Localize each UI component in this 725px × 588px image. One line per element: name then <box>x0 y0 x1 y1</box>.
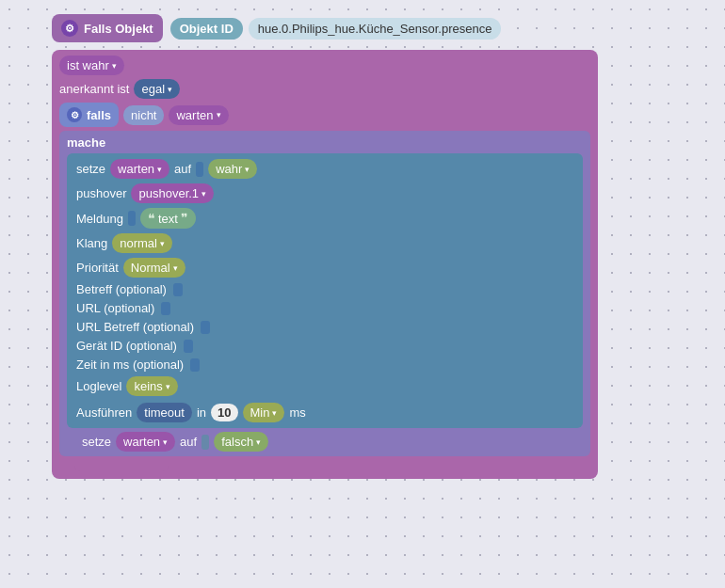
url-betreff-row: URL Betreff (optional) <box>76 320 573 334</box>
klang-row: Klang normal ▾ <box>76 233 573 253</box>
falls-label: falls <box>87 108 111 122</box>
notch-zeit <box>190 358 200 372</box>
auf-label-2: auf <box>180 435 197 449</box>
falls-objekt-block: ⚙ Falls Objekt <box>52 14 163 42</box>
pushover-label: pushover <box>76 186 126 200</box>
gear-icon: ⚙ <box>61 20 78 37</box>
ausfuehren-label: Ausführen <box>76 405 132 420</box>
setze-falsch-row: setze warten ▾ auf falsch ▾ <box>82 432 583 452</box>
chevron-down-icon: ▾ <box>272 408 277 418</box>
zeit-row: Zeit in ms (optional) <box>76 358 573 372</box>
falsch-dropdown[interactable]: falsch ▾ <box>214 432 268 452</box>
meldung-label: Meldung <box>76 212 123 226</box>
chevron-down-icon: ▾ <box>166 382 170 391</box>
ms-label: ms <box>289 405 305 420</box>
notch-url <box>161 302 170 315</box>
zeit-label: Zeit in ms (optional) <box>76 358 184 372</box>
anerkannt-ist-dropdown[interactable]: egal ▾ <box>134 79 180 99</box>
warten-dropdown-1[interactable]: warten ▾ <box>169 105 228 125</box>
url-row: URL (optional) <box>76 301 573 315</box>
connector-notch <box>196 162 203 177</box>
falls-inner-block: ⚙ falls <box>59 103 119 127</box>
prioritaet-row: Priorität Normal ▾ <box>76 258 573 278</box>
close-quote: ❞ <box>181 211 188 226</box>
chevron-down-icon: ▾ <box>168 85 172 94</box>
timeout-dropdown[interactable]: timeout <box>137 403 192 422</box>
connector-notch-2 <box>128 211 136 226</box>
betreff-row: Betreff (optional) <box>76 282 573 296</box>
ausfuehren-row: Ausführen timeout in 10 Min ▾ ms <box>76 403 573 422</box>
open-quote: ❝ <box>148 211 155 226</box>
nicht-label: nicht <box>123 105 164 125</box>
gear-icon-small: ⚙ <box>67 107 82 122</box>
falls-row: ⚙ falls nicht warten ▾ <box>59 103 590 127</box>
connector-notch-3 <box>201 435 209 450</box>
inner-blue-block: setze warten ▾ auf wahr ▾ pushover <box>67 153 583 428</box>
notch-geraet <box>184 340 193 353</box>
chevron-down-icon: ▾ <box>256 437 261 447</box>
chevron-down-icon: ▾ <box>112 61 117 71</box>
falls-objekt-label: Falls Objekt <box>84 22 153 36</box>
geraet-label: Gerät ID (optional) <box>76 339 177 353</box>
mache-wrapper: mache setze warten ▾ auf wahr ▾ <box>59 131 590 456</box>
anerkannt-ist-label: anerkannt ist <box>59 82 129 96</box>
mache-label: mache <box>67 135 583 150</box>
ist-wahr-row: ist wahr ▾ <box>59 56 590 75</box>
chevron-down-icon: ▾ <box>217 110 221 119</box>
chevron-down-icon: ▾ <box>201 189 206 199</box>
chevron-down-icon: ▾ <box>157 165 162 174</box>
notch-url-betreff <box>201 321 210 334</box>
in-label: in <box>197 405 206 420</box>
auf-label-1: auf <box>174 162 191 176</box>
bottom-connector <box>74 458 169 471</box>
loglevel-label: Loglevel <box>76 379 121 393</box>
objekt-id-row: Objekt ID hue.0.Philips_hue.Küche_Sensor… <box>170 18 502 40</box>
setze-label-2: setze <box>82 435 111 449</box>
pushover-dropdown[interactable]: pushover.1 ▾ <box>131 183 214 203</box>
url-betreff-label: URL Betreff (optional) <box>76 320 194 334</box>
chevron-down-icon: ▾ <box>160 239 165 248</box>
notch-betreff <box>173 283 183 296</box>
chevron-down-icon: ▾ <box>173 263 178 273</box>
geraet-row: Gerät ID (optional) <box>76 339 573 353</box>
prioritaet-dropdown[interactable]: Normal ▾ <box>123 258 185 278</box>
chevron-down-icon: ▾ <box>245 165 250 174</box>
warten-dropdown-setze2[interactable]: warten ▾ <box>116 432 175 452</box>
prioritaet-label: Priorität <box>76 261 119 275</box>
wahr-dropdown[interactable]: wahr ▾ <box>208 159 257 179</box>
meldung-row: Meldung ❝ text ❞ <box>76 208 573 229</box>
chevron-down-icon: ▾ <box>163 437 168 447</box>
betreff-label: Betreff (optional) <box>76 282 167 296</box>
unit-dropdown[interactable]: Min ▾ <box>243 403 285 422</box>
warten-dropdown-setze1[interactable]: warten ▾ <box>110 159 169 179</box>
klang-dropdown[interactable]: normal ▾ <box>112 233 172 253</box>
url-label: URL (optional) <box>76 301 154 315</box>
ist-wahr-dropdown[interactable]: ist wahr ▾ <box>59 56 124 75</box>
text-block: ❝ text ❞ <box>140 208 196 229</box>
outer-block: ist wahr ▾ anerkannt ist egal ▾ ⚙ falls … <box>52 50 598 479</box>
objekt-id-value: hue.0.Philips_hue.Küche_Sensor.presence <box>249 18 502 40</box>
text-value: text <box>158 212 178 226</box>
objekt-id-label: Objekt ID <box>170 18 243 40</box>
pushover-row: pushover pushover.1 ▾ <box>76 183 573 203</box>
klang-label: Klang <box>76 236 107 250</box>
setze-label-1: setze <box>76 162 105 176</box>
setze-wahr-row: setze warten ▾ auf wahr ▾ <box>76 159 573 179</box>
anerkannt-ist-row: anerkannt ist egal ▾ <box>59 79 590 99</box>
loglevel-row: Loglevel keins ▾ <box>76 376 573 396</box>
timeout-number: 10 <box>211 404 237 421</box>
loglevel-dropdown[interactable]: keins ▾ <box>126 376 177 396</box>
